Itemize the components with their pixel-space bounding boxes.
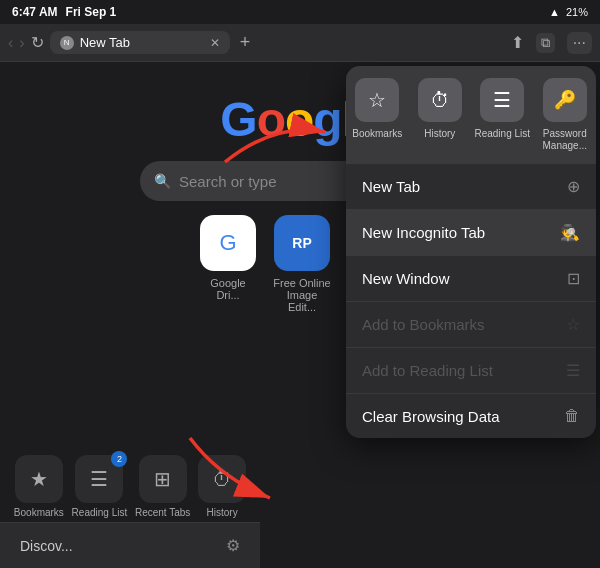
shortcut-google-drive[interactable]: G Google Dri... (198, 215, 258, 313)
tab-bar[interactable]: N New Tab ✕ (50, 31, 230, 54)
new-tab-menu-item[interactable]: New Tab ⊕ (346, 164, 596, 210)
reading-list-label: Reading List (72, 507, 128, 518)
bottom-reading-list[interactable]: ☰ 2 Reading List (72, 455, 128, 518)
strip-bookmarks[interactable]: ☆ Bookmarks (346, 78, 409, 152)
recent-tabs-label: Recent Tabs (135, 507, 190, 518)
settings-gear-icon[interactable]: ⚙ (226, 536, 240, 555)
strip-passwords-label: Password Manage... (534, 128, 597, 152)
dropdown-menu: ☆ Bookmarks ⏱ History ☰ Reading List 🔑 P… (346, 66, 596, 438)
strip-reading-list[interactable]: ☰ Reading List (471, 78, 534, 152)
shortcut-rp[interactable]: RP Free Online Image Edit... (272, 215, 332, 313)
status-time: 6:47 AM (12, 5, 58, 19)
add-bookmarks-label: Add to Bookmarks (362, 316, 485, 333)
bookmarks-icon: ★ (15, 455, 63, 503)
clear-browsing-data-menu-item[interactable]: Clear Browsing Data 🗑 (346, 394, 596, 438)
tab-favicon: N (60, 36, 74, 50)
tabs-button[interactable]: ⧉ (536, 33, 555, 53)
reading-list-badge: 2 (111, 451, 127, 467)
bottom-recent-tabs[interactable]: ⊞ Recent Tabs (135, 455, 190, 518)
reading-list-icon: ☰ 2 (75, 455, 123, 503)
add-reading-list-icon: ☰ (566, 361, 580, 380)
strip-passwords-icon: 🔑 (543, 78, 587, 122)
gdrive-icon: G (200, 215, 256, 271)
new-tab-icon: ⊕ (567, 177, 580, 196)
recent-tabs-icon: ⊞ (139, 455, 187, 503)
strip-bookmarks-label: Bookmarks (352, 128, 402, 140)
wifi-icon: ▲ (549, 6, 560, 18)
tab-close-button[interactable]: ✕ (210, 36, 220, 50)
strip-reading-list-label: Reading List (474, 128, 530, 140)
strip-reading-list-icon: ☰ (480, 78, 524, 122)
strip-bookmarks-icon: ☆ (355, 78, 399, 122)
tab-title: New Tab (80, 35, 204, 50)
forward-button[interactable]: › (19, 34, 24, 52)
rp-icon: RP (274, 215, 330, 271)
add-bookmarks-icon: ☆ (566, 315, 580, 334)
new-tab-label: New Tab (362, 178, 420, 195)
history-label: History (207, 507, 238, 518)
new-tab-button[interactable]: + (240, 32, 251, 53)
strip-passwords[interactable]: 🔑 Password Manage... (534, 78, 597, 152)
share-button[interactable]: ⬆ (511, 33, 524, 52)
new-incognito-label: New Incognito Tab (362, 224, 485, 241)
incognito-icon: 🕵 (560, 223, 580, 242)
bottom-bookmarks[interactable]: ★ Bookmarks (14, 455, 64, 518)
browser-actions: ⬆ ⧉ ··· (511, 32, 592, 54)
bottom-shortcuts: ★ Bookmarks ☰ 2 Reading List ⊞ Recent Ta… (0, 455, 260, 518)
battery-text: 21% (566, 6, 588, 18)
search-placeholder: Search or type (179, 173, 277, 190)
add-reading-list-menu-item: Add to Reading List ☰ (346, 348, 596, 394)
strip-history-label: History (424, 128, 455, 140)
search-icon: 🔍 (154, 173, 171, 189)
trash-icon: 🗑 (564, 407, 580, 425)
add-bookmarks-menu-item: Add to Bookmarks ☆ (346, 302, 596, 348)
status-bar: 6:47 AM Fri Sep 1 ▲ 21% (0, 0, 600, 24)
new-window-menu-item[interactable]: New Window ⊡ (346, 256, 596, 302)
more-button[interactable]: ··· (567, 32, 592, 54)
add-reading-list-label: Add to Reading List (362, 362, 493, 379)
reload-button[interactable]: ↻ (31, 33, 44, 52)
strip-history-icon: ⏱ (418, 78, 462, 122)
new-incognito-tab-menu-item[interactable]: New Incognito Tab 🕵 (346, 210, 596, 256)
main-content: Google 🔍 Search or type G Google Dri... … (0, 62, 600, 568)
new-window-label: New Window (362, 270, 450, 287)
browser-chrome: ‹ › ↻ N New Tab ✕ + ⬆ ⧉ ··· (0, 24, 600, 62)
bottom-history[interactable]: ⏱ History (198, 455, 246, 518)
strip-history[interactable]: ⏱ History (409, 78, 472, 152)
status-date: Fri Sep 1 (66, 5, 117, 19)
clear-browsing-label: Clear Browsing Data (362, 408, 500, 425)
gdrive-label: Google Dri... (198, 277, 258, 301)
rp-label: Free Online Image Edit... (272, 277, 332, 313)
discover-bar: Discov... ⚙ (0, 522, 260, 568)
back-button[interactable]: ‹ (8, 34, 13, 52)
new-window-icon: ⊡ (567, 269, 580, 288)
bookmarks-label: Bookmarks (14, 507, 64, 518)
icon-strip: ☆ Bookmarks ⏱ History ☰ Reading List 🔑 P… (346, 66, 596, 164)
discover-text: Discov... (20, 538, 73, 554)
history-icon: ⏱ (198, 455, 246, 503)
